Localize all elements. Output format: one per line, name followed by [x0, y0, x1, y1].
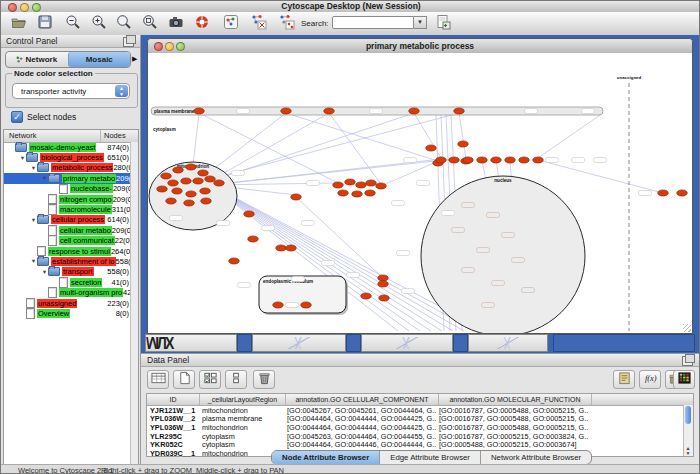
tree-item-mosaic-demo-yeast[interactable]: mosaic-demo-yeast874(0): [4, 142, 131, 152]
graph-node[interactable]: [409, 108, 420, 114]
graph-node[interactable]: [291, 194, 302, 200]
tree-item-transport[interactable]: ▼transport558(0): [4, 267, 131, 277]
graph-node[interactable]: [200, 188, 211, 194]
graph-node[interactable]: [244, 211, 255, 217]
graph-node[interactable]: [356, 182, 367, 188]
graph-node[interactable]: [365, 190, 376, 196]
graph-node[interactable]: [333, 182, 344, 188]
table-row[interactable]: YKR052Ccytoplasm[GO:0044464, GO:0044446,…: [147, 440, 693, 449]
float-data-panel-icon[interactable]: [682, 356, 693, 366]
attribute-table-icon[interactable]: [147, 370, 169, 389]
table-column-header[interactable]: _cellularLayoutRegion: [200, 394, 286, 405]
tree-expand-icon[interactable]: ▼: [19, 155, 26, 161]
graph-node[interactable]: [361, 293, 372, 299]
graph-node[interactable]: [301, 302, 312, 308]
tree-item-nucleobase-[interactable]: nucleobase-209(0): [4, 184, 131, 194]
delete-attribute-trash-icon[interactable]: [253, 370, 275, 389]
tree-expand-icon[interactable]: ▼: [30, 258, 37, 264]
table-scrollbar-thumb[interactable]: [685, 406, 691, 424]
search-dropdown-icon[interactable]: ▼: [414, 16, 427, 29]
help-lifering-icon[interactable]: [192, 14, 212, 33]
import-table-icon[interactable]: [433, 14, 453, 33]
graph-node[interactable]: [677, 190, 688, 196]
tree-item-primary-metabo[interactable]: ▼primary metabo209(...: [4, 173, 131, 183]
graph-node[interactable]: [166, 198, 177, 204]
graph-node[interactable]: [276, 245, 287, 251]
node-color-dropdown[interactable]: transporter activity ▲▼: [12, 83, 130, 99]
open-session-icon[interactable]: [9, 14, 29, 33]
tree-column-network[interactable]: Network: [4, 130, 101, 142]
graph-node[interactable]: [193, 178, 204, 184]
graph-node[interactable]: [458, 141, 469, 147]
tab-overflow-arrow-icon[interactable]: ▶: [132, 55, 137, 63]
network-view-titlebar[interactable]: primary metabolic process: [148, 39, 692, 54]
new-attribute-icon[interactable]: [173, 370, 195, 389]
graph-node[interactable]: [379, 295, 390, 301]
graph-node[interactable]: [194, 108, 205, 114]
tab-network[interactable]: Network: [6, 52, 68, 67]
graph-node[interactable]: [181, 178, 192, 184]
graph-node[interactable]: [352, 191, 363, 197]
table-row[interactable]: YPL036W__2plasma membrane[GO:0044464, GO…: [147, 415, 693, 424]
zoom-out-icon[interactable]: [63, 14, 83, 33]
background-window[interactable]: [252, 334, 346, 352]
tree-expand-icon[interactable]: ▼: [41, 269, 48, 275]
apply-layout-2-icon[interactable]: [277, 14, 297, 33]
tree-expand-icon[interactable]: ▼: [30, 165, 37, 171]
tree-item-secretion[interactable]: secretion41(0): [4, 277, 131, 287]
tree-item-macromolecule[interactable]: macromolecule311(0): [4, 204, 131, 214]
graph-node[interactable]: [505, 157, 516, 163]
graph-node[interactable]: [366, 180, 377, 186]
tree-item-metabolic-process[interactable]: ▼metabolic process280(0): [4, 163, 131, 173]
snapshot-camera-icon[interactable]: [166, 14, 186, 33]
graph-node[interactable]: [172, 188, 183, 194]
graph-node[interactable]: [376, 183, 387, 189]
tree-expand-icon[interactable]: ▼: [30, 217, 37, 223]
tree-item-biological-process[interactable]: ▼biological_process651(0): [4, 152, 131, 162]
graph-node[interactable]: [463, 157, 474, 163]
search-input[interactable]: [332, 16, 414, 29]
tree-item-response-to-stimul[interactable]: response to stimul264(0): [4, 246, 131, 256]
heatmap-icon[interactable]: [673, 370, 695, 389]
table-column-header[interactable]: ID: [147, 394, 200, 405]
graph-node[interactable]: [519, 157, 530, 163]
table-scrollbar[interactable]: ▲▼: [683, 405, 693, 456]
attribute-notes-icon[interactable]: [613, 370, 635, 389]
tree-item-unassigned[interactable]: unassigned223(0): [4, 298, 131, 308]
tree-item-cellular-process[interactable]: ▼cellular process614(0): [4, 215, 131, 225]
tree-expand-icon[interactable]: ▼: [41, 175, 48, 181]
graph-node[interactable]: [477, 157, 488, 163]
tree-item-cell-communicat[interactable]: cell communicat22(0): [4, 236, 131, 246]
graph-node[interactable]: [205, 176, 216, 182]
background-window[interactable]: [361, 334, 453, 352]
table-column-header[interactable]: annotation.GO CELLULAR_COMPONENT: [286, 394, 439, 405]
graph-node[interactable]: [186, 191, 197, 197]
background-window[interactable]: \ΛIЛX: [145, 334, 237, 352]
float-panel-icon[interactable]: [123, 37, 134, 47]
graph-node[interactable]: [214, 180, 225, 186]
tree-item-overview[interactable]: Overview8(0): [4, 308, 131, 318]
graph-node[interactable]: [201, 198, 212, 204]
graph-node[interactable]: [248, 236, 259, 242]
graph-node[interactable]: [286, 245, 297, 251]
graph-node[interactable]: [184, 200, 195, 206]
graph-node[interactable]: [198, 170, 209, 176]
apply-layout-1-icon[interactable]: [249, 14, 269, 33]
network-canvas[interactable]: plasma membranecytoplasmmitochondrionnuc…: [148, 53, 692, 333]
tree-item-nitrogen-compo[interactable]: nitrogen compo209(0): [4, 194, 131, 204]
zoom-selected-icon[interactable]: [114, 14, 134, 33]
table-row[interactable]: YJR121W__1mitochondrion[GO:0045267, GO:0…: [147, 406, 693, 415]
function-builder-icon[interactable]: f(x): [639, 370, 661, 389]
tree-item-multi-organism-pro[interactable]: multi-organism pro42(0): [4, 287, 131, 297]
graph-node[interactable]: [229, 258, 240, 264]
tab-network-attribute-browser[interactable]: Network Attribute Browser: [481, 451, 591, 464]
graph-node[interactable]: [454, 108, 465, 114]
graph-node[interactable]: [378, 281, 389, 287]
unselect-attributes-icon[interactable]: [225, 370, 247, 389]
graph-node[interactable]: [533, 157, 544, 163]
tree-item-cellular-metabo[interactable]: cellular metabo209(0): [4, 225, 131, 235]
graph-node[interactable]: [173, 167, 184, 173]
tab-mosaic[interactable]: Mosaic: [68, 52, 131, 67]
graph-node[interactable]: [491, 157, 502, 163]
network-overview-icon[interactable]: [221, 14, 241, 33]
